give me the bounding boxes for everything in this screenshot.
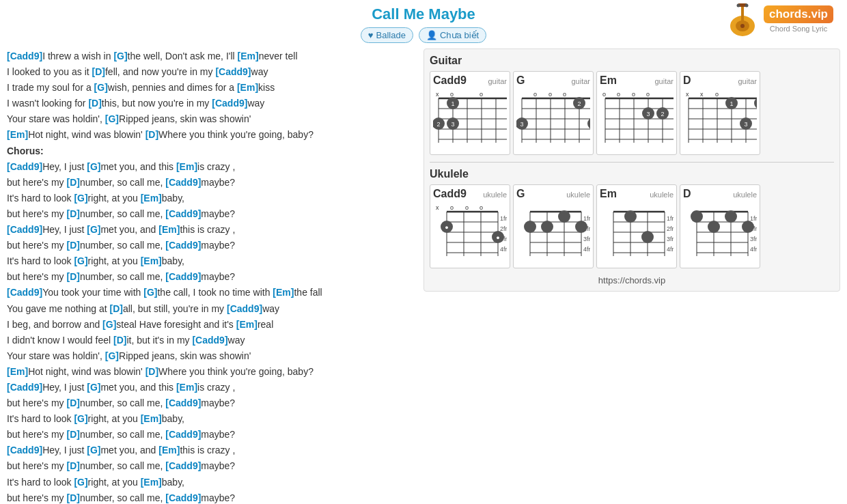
chord-ref[interactable]: [Em] xyxy=(7,129,28,140)
chord-ref[interactable]: [Em] xyxy=(237,82,258,93)
svg-text:x: x xyxy=(436,204,439,211)
chord-ref[interactable]: [G] xyxy=(113,51,127,61)
chord-ref[interactable]: [D] xyxy=(67,397,80,408)
chord-ref[interactable]: [Cadd9] xyxy=(227,303,262,314)
lyrics-line: I wasn't looking for [D]this, but now yo… xyxy=(7,96,418,111)
chord-ref[interactable]: [G] xyxy=(74,193,87,204)
chord-ref[interactable]: [D] xyxy=(67,177,80,188)
chord-ref[interactable]: [Cadd9] xyxy=(7,382,42,393)
svg-point-153 xyxy=(624,210,637,223)
chord-ref[interactable]: [Cadd9] xyxy=(165,492,201,503)
page-container: Call Me Maybe ♥ Ballade 👤 Chưa biết xyxy=(0,0,847,504)
chord-ref[interactable]: [D] xyxy=(110,303,123,314)
lyric-text: number, so call me, xyxy=(80,271,165,282)
svg-text:x: x xyxy=(700,91,704,98)
lyrics-line: I didn't know I would feel [D]it, but it… xyxy=(7,333,418,348)
lyrics-line: but here's my [D]number, so call me, [Ca… xyxy=(7,269,418,285)
chord-ref[interactable]: [Cadd9] xyxy=(192,335,227,346)
lyric-text: right, at you xyxy=(88,413,141,424)
lyric-text: I looked to you as it xyxy=(7,66,92,77)
ukulele-chord-row: Cadd9 ukulele x o o o xyxy=(430,184,834,268)
chord-ref[interactable]: [Cadd9] xyxy=(165,460,201,471)
chord-ref[interactable]: [Em] xyxy=(176,161,197,172)
chord-ref[interactable]: [D] xyxy=(88,98,101,109)
chord-ref[interactable]: [D] xyxy=(67,429,80,440)
logo-text-box: chords.vip Chord Song Lyric xyxy=(764,5,833,33)
chord-ref[interactable]: [Em] xyxy=(158,445,180,456)
lyrics-line: [Cadd9]Hey, I just [G]met you, and this … xyxy=(7,159,418,175)
chord-ref[interactable]: [Cadd9] xyxy=(7,287,42,298)
chord-ref[interactable]: [Em] xyxy=(141,193,162,204)
chord-ref[interactable]: [Cadd9] xyxy=(165,429,201,440)
chord-ref[interactable]: [Cadd9] xyxy=(165,208,201,219)
svg-point-5 xyxy=(737,4,740,8)
chord-ref[interactable]: [Em] xyxy=(141,255,162,266)
chord-ref[interactable]: [D] xyxy=(145,366,158,377)
guitar-chord-row: Cadd9 guitar x o o xyxy=(430,71,834,155)
chord-ref[interactable]: [Cadd9] xyxy=(165,177,201,188)
chord-ref[interactable]: [Cadd9] xyxy=(7,445,42,456)
chord-panel: Guitar Cadd9 guitar x o o xyxy=(424,48,840,292)
lyric-text: number, so call me, xyxy=(80,429,165,440)
tag-ballade[interactable]: ♥ Ballade xyxy=(361,27,413,43)
chord-g-guitar: G guitar o o o xyxy=(513,71,594,155)
chord-ref[interactable]: [G] xyxy=(87,382,100,393)
svg-text:2: 2 xyxy=(577,100,581,107)
chord-ref[interactable]: [G] xyxy=(102,319,116,330)
tag-chua-biet[interactable]: 👤 Chưa biết xyxy=(419,27,486,43)
svg-point-4 xyxy=(740,24,745,28)
svg-text:1fr: 1fr xyxy=(500,215,507,222)
tags-row: ♥ Ballade 👤 Chưa biết xyxy=(0,27,847,43)
chord-ref[interactable]: [Em] xyxy=(158,224,180,235)
lyrics-line: [Cadd9]You took your time with [G]the ca… xyxy=(7,285,418,300)
chord-ref[interactable]: [G] xyxy=(143,287,157,298)
chord-ref[interactable]: [Cadd9] xyxy=(215,66,251,77)
chord-ref[interactable]: [Cadd9] xyxy=(7,224,42,235)
chord-ref[interactable]: [Em] xyxy=(141,477,162,488)
chord-ref[interactable]: [G] xyxy=(94,82,108,93)
logo-area: chords.vip Chord Song Lyric xyxy=(725,0,833,38)
chord-ref[interactable]: [Cadd9] xyxy=(7,51,42,61)
svg-point-139 xyxy=(575,221,587,233)
lyric-text: right, at you xyxy=(88,193,141,204)
chord-ref[interactable]: [Em] xyxy=(141,413,162,424)
chord-g-ukulele: G ukulele 1fr 2fr xyxy=(513,184,594,268)
chord-ref[interactable]: [D] xyxy=(67,208,80,219)
chord-ref[interactable]: [Em] xyxy=(176,382,197,393)
lyric-text: way xyxy=(228,335,245,346)
chord-ref[interactable]: [G] xyxy=(74,413,87,424)
chord-ref[interactable]: [Em] xyxy=(238,51,259,61)
em-guitar-diagram: o o o o xyxy=(600,88,674,150)
chord-ref[interactable]: [D] xyxy=(92,66,105,77)
chord-ref[interactable]: [G] xyxy=(87,224,100,235)
lyric-text: maybe? xyxy=(201,240,235,251)
chord-ref[interactable]: [Cadd9] xyxy=(212,98,247,109)
chord-ref[interactable]: [G] xyxy=(74,477,87,488)
chord-ref[interactable]: [Cadd9] xyxy=(7,161,42,172)
chord-ref[interactable]: [G] xyxy=(87,445,100,456)
chord-ref[interactable]: [G] xyxy=(105,350,119,361)
chord-ref[interactable]: [Em] xyxy=(7,366,28,377)
svg-text:4fr: 4fr xyxy=(750,246,757,253)
lyric-text: but here's my xyxy=(7,208,67,219)
chord-ref[interactable]: [Cadd9] xyxy=(165,271,201,282)
chord-ref[interactable]: [G] xyxy=(87,161,100,172)
chord-ref[interactable]: [G] xyxy=(74,255,87,266)
chord-ref[interactable]: [D] xyxy=(67,240,80,251)
chord-ref[interactable]: [Cadd9] xyxy=(165,240,201,251)
svg-text:4fr: 4fr xyxy=(500,246,507,253)
chord-ref[interactable]: [Em] xyxy=(273,287,294,298)
lyric-text: It's hard to look xyxy=(7,193,74,204)
chord-ref[interactable]: [D] xyxy=(113,335,126,346)
chord-ref[interactable]: [Cadd9] xyxy=(165,397,201,408)
chord-ref[interactable]: [G] xyxy=(105,113,119,124)
chord-ref[interactable]: [D] xyxy=(145,129,158,140)
chord-ref[interactable]: [D] xyxy=(67,271,80,282)
chorus-label: Chorus: xyxy=(7,145,44,156)
guitar-section-title: Guitar xyxy=(430,55,834,67)
svg-text:3: 3 xyxy=(520,121,523,128)
chord-ref[interactable]: [D] xyxy=(67,460,80,471)
chord-ref[interactable]: [Em] xyxy=(236,319,258,330)
lyric-text: I wasn't looking for xyxy=(7,98,88,109)
chord-ref[interactable]: [D] xyxy=(67,492,80,503)
